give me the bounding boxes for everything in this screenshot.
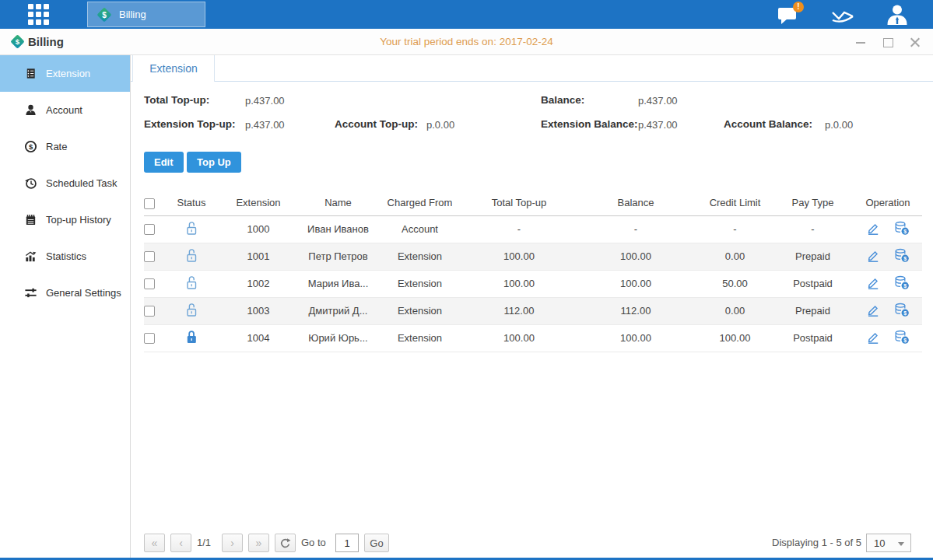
edit-extension-icon[interactable]: [866, 221, 880, 237]
total-topup-cell: 100.00: [465, 324, 573, 352]
sidebar-item-account[interactable]: Account: [0, 92, 130, 128]
main-content: Extension Total Top-up: p.437.00 Balance…: [131, 55, 933, 558]
total-topup-cell: -: [465, 215, 573, 243]
extension-table-row: 1003 Дмитрий Д... Extension 112.00 112.0…: [144, 297, 922, 324]
prev-page-button[interactable]: ‹: [170, 534, 191, 552]
sidebar-item-topup-history[interactable]: Top-up History: [0, 201, 130, 238]
user-icon: [24, 103, 37, 117]
sidebar-item-scheduled-task[interactable]: Scheduled Task: [0, 165, 130, 201]
svg-text:$: $: [903, 228, 907, 234]
row-checkbox[interactable]: [144, 306, 155, 317]
select-all-checkbox[interactable]: [144, 198, 155, 209]
topup-extension-icon[interactable]: $: [894, 303, 910, 320]
last-page-button[interactable]: »: [248, 534, 269, 552]
extension-cell: 1001: [216, 243, 301, 270]
balance-cell: 100.00: [573, 270, 698, 297]
sidebar-item-label: Extension: [46, 68, 90, 79]
edit-extension-icon[interactable]: [866, 303, 880, 319]
sliders-icon: [24, 286, 37, 299]
edit-button[interactable]: Edit: [144, 152, 184, 173]
sidebar-item-rate[interactable]: $ Rate: [0, 128, 130, 165]
refresh-button[interactable]: [275, 534, 296, 552]
col-balance-header: Balance: [573, 191, 698, 215]
charged-from-cell: Extension: [375, 270, 465, 297]
sidebar-item-label: Statistics: [46, 250, 86, 262]
go-button[interactable]: Go: [364, 534, 389, 552]
status-lock-icon: [185, 308, 198, 320]
topup-extension-icon[interactable]: $: [894, 330, 910, 347]
balance-cell: -: [573, 215, 698, 243]
col-extension-header: Extension: [216, 191, 301, 215]
ledger-icon: [24, 67, 37, 80]
edit-extension-icon[interactable]: [866, 275, 880, 292]
tab-strip: Extension: [131, 55, 933, 82]
col-name-header: Name: [301, 191, 375, 215]
credit-limit-cell: 100.00: [698, 324, 772, 352]
page-indicator: 1/1: [197, 537, 211, 548]
credit-limit-cell: -: [698, 215, 772, 243]
tab-extension[interactable]: Extension: [132, 55, 215, 82]
user-menu-icon[interactable]: [885, 3, 910, 26]
notifications-icon[interactable]: !: [776, 3, 801, 26]
top-up-button[interactable]: Top Up: [187, 152, 241, 173]
extension-cell: 1004: [216, 324, 301, 352]
resource-monitor-icon[interactable]: [830, 3, 855, 26]
total-topup-cell: 112.00: [465, 297, 573, 324]
minimize-button[interactable]: [855, 37, 866, 47]
topup-extension-icon[interactable]: $: [894, 221, 910, 238]
refresh-icon: [279, 537, 291, 549]
extension-cell: 1000: [216, 215, 301, 243]
goto-label: Go to: [301, 537, 326, 548]
maximize-button[interactable]: [882, 37, 893, 47]
sidebar-item-general-settings[interactable]: General Settings: [0, 275, 130, 311]
extension-balance-label: Extension Balance:: [541, 118, 638, 130]
credit-limit-cell: 0.00: [698, 243, 772, 270]
first-page-button[interactable]: «: [144, 534, 165, 552]
topup-extension-icon[interactable]: $: [894, 248, 910, 265]
page-size-select[interactable]: 10: [866, 534, 911, 552]
pay-type-cell: -: [772, 215, 854, 243]
col-credit-limit-header: Credit Limit: [698, 191, 772, 215]
edit-extension-icon[interactable]: [866, 330, 880, 346]
total-topup-value: p.437.00: [245, 95, 285, 107]
account-balance-label: Account Balance:: [724, 118, 812, 130]
sidebar-item-statistics[interactable]: Statistics: [0, 238, 130, 275]
edit-extension-icon[interactable]: [866, 248, 880, 264]
extension-topup-label: Extension Top-up:: [144, 118, 236, 130]
svg-text:$: $: [903, 337, 907, 343]
svg-text:$: $: [29, 142, 33, 151]
row-checkbox[interactable]: [144, 224, 155, 235]
clock-history-icon: [24, 177, 37, 190]
row-checkbox[interactable]: [144, 251, 155, 262]
close-button[interactable]: [910, 37, 921, 47]
row-checkbox[interactable]: [144, 278, 155, 289]
balance-cell: 100.00: [573, 324, 698, 352]
taskbar-tab-billing[interactable]: $ Billing: [87, 2, 205, 27]
name-cell: Юрий Юрь...: [301, 324, 375, 352]
extension-table: Status Extension Name Charged From Total…: [144, 191, 922, 352]
total-topup-label: Total Top-up:: [144, 94, 209, 106]
col-operation-header: Operation: [854, 191, 922, 215]
pay-type-cell: Prepaid: [772, 243, 854, 270]
sidebar-item-extension[interactable]: Extension: [0, 55, 130, 92]
topup-extension-icon[interactable]: $: [894, 275, 910, 292]
col-charged-from-header: Charged From: [375, 191, 465, 215]
app-launcher-icon[interactable]: [28, 4, 54, 25]
next-page-button[interactable]: ›: [222, 534, 243, 552]
chevron-down-icon: [898, 542, 904, 546]
balance-label: Balance:: [541, 94, 584, 106]
svg-text:$: $: [102, 10, 107, 19]
account-topup-value: p.0.00: [426, 119, 454, 131]
balance-cell: 112.00: [573, 297, 698, 324]
pagination-bar: « ‹ 1/1 › » Go to Go Displaying 1 - 5 of…: [144, 534, 922, 554]
notepad-icon: [24, 213, 37, 226]
account-balance-value: p.0.00: [825, 119, 853, 131]
total-topup-cell: 100.00: [465, 243, 573, 270]
status-lock-icon: [185, 254, 198, 265]
col-total-topup-header: Total Top-up: [465, 191, 573, 215]
goto-page-input[interactable]: [335, 534, 359, 552]
sidebar-item-label: General Settings: [46, 287, 121, 299]
row-checkbox[interactable]: [144, 333, 155, 344]
sidebar: Extension Account $ Rate Scheduled Task: [0, 55, 131, 558]
name-cell: Дмитрий Д...: [301, 297, 375, 324]
